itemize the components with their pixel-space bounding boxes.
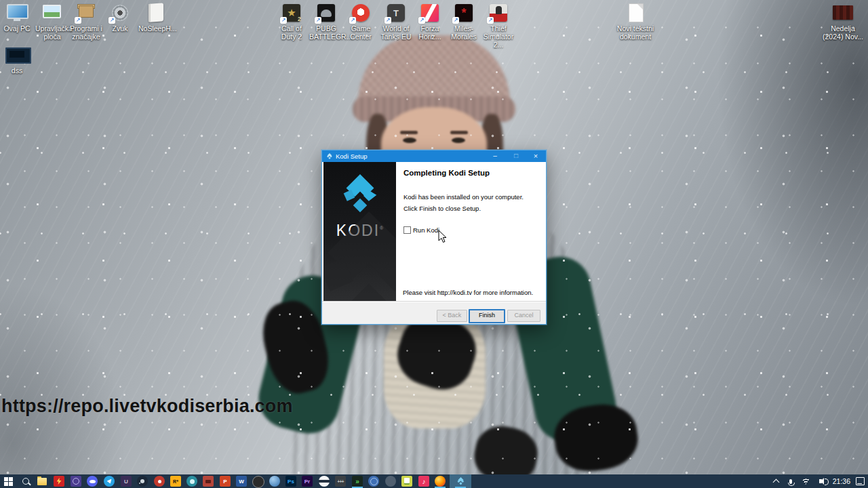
run-kodi-checkbox-row[interactable]: Run Kodi (403, 226, 439, 234)
desktop-icon-nosleep[interactable]: NoSleepH... (138, 3, 172, 33)
spiderman-icon: * ↗ (452, 3, 475, 23)
shortcut-arrow-icon: ↗ (418, 17, 425, 24)
taskbar-icon-telegram[interactable] (104, 476, 115, 487)
taskbar-icon-blue-sphere-app[interactable] (368, 476, 379, 487)
taskbar-icon-teal-circle-app[interactable] (186, 476, 197, 487)
taskbar-icon-gom-player[interactable] (319, 476, 330, 487)
desktop-icon-sound[interactable]: ↗ Zvuk (103, 3, 137, 33)
photo-woman-brow (400, 131, 418, 134)
overlay-url-text: https://repo.livetvkodiserbia.com (1, 396, 293, 417)
shortcut-arrow-icon: ↗ (452, 17, 459, 24)
desktop-icon-programs-features[interactable]: ↗ Programi i značajke (69, 3, 103, 41)
taskbar-icon-steam[interactable] (137, 476, 148, 487)
desktop-icon-this-pc[interactable]: Ovaj PC (0, 3, 34, 33)
dot-icon (190, 479, 195, 484)
globe-icon (370, 478, 378, 485)
kodi-window-icon (326, 153, 333, 160)
call-of-duty-icon: ★2 ↗ (280, 3, 303, 23)
installer-footer: < Back Finish Cancel (322, 302, 546, 324)
finish-hint-text: Click Finish to close Setup. (403, 205, 481, 212)
taskbar-icon-word[interactable]: W (236, 476, 247, 487)
close-button[interactable]: × (527, 150, 545, 162)
windows-logo-icon (4, 477, 13, 486)
desktop-icon-miles-morales[interactable]: * ↗ Miles-Morales (447, 3, 481, 41)
maximize-button[interactable]: □ (507, 150, 525, 162)
dot-icon (158, 480, 161, 483)
run-kodi-checkbox[interactable] (403, 226, 411, 234)
desktop: Ovaj PC Upravljačka ploča ↗ Programi i z… (0, 0, 868, 488)
desktop-icon-video-file[interactable]: Nedelja (2024) Nov... (821, 3, 865, 41)
taskbar-icon-blue-drop-app[interactable] (269, 476, 280, 487)
photo-woman-eye (403, 138, 416, 143)
taskbar-icon-download-manager[interactable]: » (352, 476, 363, 487)
taskbar-icon-utorrent[interactable]: U (121, 476, 132, 487)
taskbar-search-button[interactable] (20, 476, 31, 487)
installer-side-panel: KODI® (323, 162, 396, 301)
taskbar: U R* P W Ps Pr +++ » ♪ (0, 474, 868, 488)
shortcut-arrow-icon: ↗ (384, 17, 391, 24)
install-status-text: Kodi has been installed on your computer… (403, 193, 524, 201)
start-button[interactable] (3, 476, 14, 487)
file-icon (144, 3, 167, 23)
wifi-icon[interactable] (800, 476, 811, 487)
this-pc-icon (5, 3, 28, 23)
taskbar-icon-tiktok[interactable]: ♪ (418, 476, 429, 487)
mouse-cursor (438, 230, 448, 244)
desktop-icon-forza[interactable]: ↗ Forza Horiz... (413, 3, 447, 41)
desktop-icon-world-of-tanks[interactable]: T ↗ World of Tanks EU (379, 3, 413, 41)
thief-simulator-icon: ↗ (487, 3, 510, 23)
desktop-icon-call-of-duty-2[interactable]: ★2 ↗ Call of Duty 2 (275, 3, 309, 41)
taskbar-icon-red-lightning-app[interactable] (54, 476, 64, 487)
desktop-icon-pubg[interactable]: ↗ PUBG BATTLEGR... (309, 3, 343, 41)
taskbar-icon-premiere[interactable]: Pr (302, 476, 313, 487)
text-document-icon (624, 3, 647, 23)
kodi-setup-window: Kodi Setup – □ × KODI® Completing Kodi S… (321, 150, 547, 325)
microphone-icon[interactable] (785, 476, 796, 487)
taskbar-icon-powerpoint[interactable]: P (220, 476, 231, 487)
taskbar-icon-firefox[interactable] (435, 476, 446, 487)
ring-icon (73, 478, 79, 485)
key-icon (140, 479, 144, 483)
back-button[interactable]: < Back (437, 310, 467, 322)
taskbar-icon-kodi-setup[interactable] (455, 476, 466, 487)
clock[interactable]: 21:36 (833, 474, 850, 488)
window-titlebar[interactable]: Kodi Setup – □ × (322, 150, 546, 162)
desktop-icon-thief-simulator[interactable]: ↗ Thief Simulator 2... (481, 3, 515, 49)
shortcut-arrow-icon: ↗ (349, 17, 356, 24)
desktop-icon-text-document[interactable]: Novi tekstni dokument (614, 3, 657, 41)
taskbar-icon-ghost-app[interactable] (385, 476, 396, 487)
taskbar-icon-file-explorer[interactable] (37, 476, 47, 487)
photo-woman-brow (450, 131, 468, 134)
programs-icon: ↗ (75, 3, 98, 23)
photo-woman-eye (452, 138, 465, 143)
desktop-icon-game-center[interactable]: ↗ Game Center (344, 3, 378, 41)
wallpaper-shade (705, 0, 868, 325)
taskbar-icon-faceit-app[interactable] (203, 476, 214, 487)
shortcut-arrow-icon: ↗ (108, 17, 115, 24)
cancel-button[interactable]: Cancel (507, 310, 540, 322)
page-title: Completing Kodi Setup (403, 169, 490, 177)
volume-icon[interactable] (815, 476, 826, 487)
finish-button[interactable]: Finish (469, 309, 505, 323)
taskbar-icon-dark-ring-app[interactable] (252, 476, 264, 488)
desktop-icon-control-panel[interactable]: Upravljačka ploča (35, 3, 69, 41)
taskbar-icon-purple-grid-app[interactable] (71, 476, 81, 487)
taskbar-icon-timeline-app[interactable]: +++ (335, 476, 346, 487)
search-icon (22, 478, 29, 485)
action-center-icon[interactable] (854, 476, 865, 487)
taskbar-icon-red-circle-app[interactable] (154, 476, 165, 487)
kodi-watermark-icon (323, 211, 396, 301)
taskbar-icon-rockstar-games[interactable]: R* (170, 476, 181, 487)
shortcut-arrow-icon: ↗ (280, 17, 287, 24)
desktop-icon-dss[interactable]: dss (0, 45, 34, 75)
tray-chevron-up-icon[interactable] (770, 476, 781, 487)
taskbar-icon-photoshop[interactable]: Ps (285, 476, 296, 487)
discord-icon (90, 480, 96, 483)
taskbar-icon-discord[interactable] (87, 476, 98, 487)
video-file-icon (831, 3, 854, 23)
taskbar-icon-notepad-app[interactable] (401, 476, 412, 487)
run-kodi-checkbox-label: Run Kodi (413, 226, 439, 234)
shortcut-arrow-icon: ↗ (75, 17, 81, 24)
control-panel-icon (41, 3, 64, 23)
minimize-button[interactable]: – (486, 150, 504, 162)
